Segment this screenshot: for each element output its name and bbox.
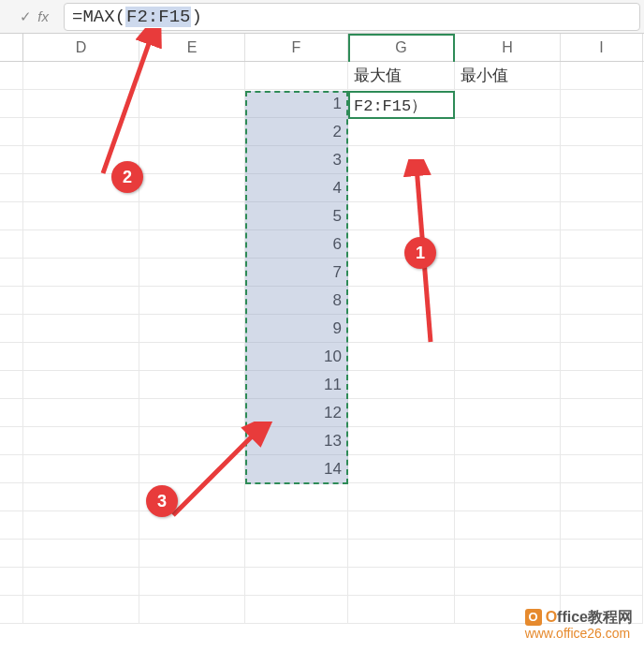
formula-fn: MAX: [82, 7, 114, 27]
accept-formula-icon[interactable]: ✓: [20, 8, 32, 25]
cell-F13[interactable]: 12: [245, 399, 348, 427]
cell-F8[interactable]: 7: [245, 259, 348, 287]
col-header-G[interactable]: G: [348, 34, 455, 61]
cell[interactable]: [561, 62, 643, 90]
spreadsheet-grid[interactable]: D E F G H I 最大值 最小值 1 2: [0, 34, 644, 624]
cell-H1[interactable]: 最小值: [455, 62, 561, 90]
cell-F2[interactable]: 1: [245, 90, 348, 118]
cell[interactable]: [561, 90, 643, 118]
cell-G1[interactable]: 最大值: [348, 62, 455, 90]
col-header-I[interactable]: I: [561, 34, 643, 61]
table-row: 5: [0, 202, 644, 230]
table-row: 9: [0, 315, 644, 343]
cell-F5[interactable]: 4: [245, 174, 348, 202]
formula-ref: F2:F15: [125, 7, 191, 27]
formula-input[interactable]: =MAX(F2:F15): [64, 3, 640, 31]
row-header[interactable]: [0, 62, 23, 90]
row-header[interactable]: [0, 90, 23, 118]
formula-close: ): [191, 7, 201, 27]
cell-F12[interactable]: 11: [245, 371, 348, 399]
cell[interactable]: [23, 90, 139, 118]
cell-G2[interactable]: [348, 90, 455, 118]
formula-eq: =: [72, 7, 82, 27]
table-row: 6: [0, 230, 644, 259]
cell[interactable]: [23, 62, 139, 90]
table-row: 2: [0, 118, 644, 146]
table-row: 3: [0, 146, 644, 174]
cell-F4[interactable]: 3: [245, 146, 348, 174]
cell-F11[interactable]: 10: [245, 343, 348, 371]
cell-F15[interactable]: 14: [245, 455, 348, 483]
formula-open: (: [115, 7, 125, 27]
watermark-url: www.office26.com: [525, 626, 633, 642]
cell-F10[interactable]: 9: [245, 315, 348, 343]
cell-F14[interactable]: 13: [245, 427, 348, 455]
table-row: 14: [0, 455, 644, 483]
table-row: 1: [0, 90, 644, 118]
table-row: 7: [0, 259, 644, 287]
cell-F3[interactable]: 2: [245, 118, 348, 146]
formula-bar: ✓ fx =MAX(F2:F15): [0, 0, 644, 34]
cell[interactable]: [139, 90, 245, 118]
table-row: 最大值 最小值: [0, 62, 644, 90]
table-row: 8: [0, 287, 644, 315]
cell[interactable]: [455, 90, 561, 118]
cell[interactable]: [245, 62, 348, 90]
cell[interactable]: [139, 62, 245, 90]
col-header-D[interactable]: D: [23, 34, 139, 61]
cell-F7[interactable]: 6: [245, 230, 348, 259]
grid-body[interactable]: 最大值 最小值 1 2 3 4: [0, 62, 644, 624]
col-header-E[interactable]: E: [139, 34, 245, 61]
table-row: 11: [0, 371, 644, 399]
table-row: 4: [0, 174, 644, 202]
cell-F6[interactable]: 5: [245, 202, 348, 230]
table-row: 13: [0, 427, 644, 455]
table-row: 10: [0, 343, 644, 371]
table-row: 12: [0, 399, 644, 427]
col-header-F[interactable]: F: [245, 34, 348, 61]
cell-F9[interactable]: 8: [245, 287, 348, 315]
formula-controls: ✓ fx: [0, 8, 56, 25]
column-headers: D E F G H I: [0, 34, 644, 62]
fx-icon[interactable]: fx: [37, 8, 49, 24]
col-header-H[interactable]: H: [455, 34, 561, 61]
col-header-spacer: [0, 34, 23, 61]
